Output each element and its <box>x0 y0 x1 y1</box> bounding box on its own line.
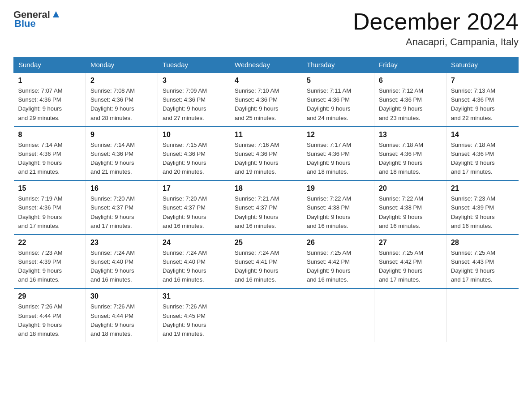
day-number: 29 <box>18 292 82 300</box>
day-info: Sunrise: 7:23 AMSunset: 4:39 PMDaylight:… <box>451 195 495 229</box>
day-number: 12 <box>307 131 369 139</box>
logo-blue: Blue <box>14 18 36 30</box>
day-info: Sunrise: 7:24 AMSunset: 4:40 PMDaylight:… <box>90 249 135 283</box>
day-number: 7 <box>451 77 514 85</box>
calendar-cell: 10 Sunrise: 7:15 AMSunset: 4:36 PMDaylig… <box>158 127 230 181</box>
week-row-5: 29 Sunrise: 7:26 AMSunset: 4:44 PMDaylig… <box>14 288 519 342</box>
calendar-cell: 12 Sunrise: 7:17 AMSunset: 4:36 PMDaylig… <box>302 127 374 181</box>
day-info: Sunrise: 7:25 AMSunset: 4:42 PMDaylight:… <box>379 249 423 283</box>
calendar-cell: 27 Sunrise: 7:25 AMSunset: 4:42 PMDaylig… <box>374 235 446 289</box>
calendar-cell: 3 Sunrise: 7:09 AMSunset: 4:36 PMDayligh… <box>158 73 230 127</box>
day-number: 9 <box>90 131 153 139</box>
calendar-table: SundayMondayTuesdayWednesdayThursdayFrid… <box>13 57 519 342</box>
day-number: 24 <box>163 239 225 247</box>
day-info: Sunrise: 7:09 AMSunset: 4:36 PMDaylight:… <box>163 87 207 121</box>
calendar-cell: 29 Sunrise: 7:26 AMSunset: 4:44 PMDaylig… <box>14 288 86 342</box>
day-number: 17 <box>163 184 225 193</box>
calendar-header-row: SundayMondayTuesdayWednesdayThursdayFrid… <box>14 57 519 73</box>
day-number: 28 <box>451 239 514 247</box>
day-info: Sunrise: 7:16 AMSunset: 4:36 PMDaylight:… <box>235 141 279 175</box>
day-number: 14 <box>451 131 514 139</box>
title-block: December 2024 Anacapri, Campania, Italy <box>353 9 519 48</box>
week-row-2: 8 Sunrise: 7:14 AMSunset: 4:36 PMDayligh… <box>14 127 519 181</box>
day-info: Sunrise: 7:21 AMSunset: 4:37 PMDaylight:… <box>235 195 279 229</box>
day-number: 6 <box>379 77 442 85</box>
header-friday: Friday <box>374 57 446 73</box>
day-info: Sunrise: 7:25 AMSunset: 4:42 PMDaylight:… <box>307 249 351 283</box>
day-info: Sunrise: 7:22 AMSunset: 4:38 PMDaylight:… <box>379 195 423 229</box>
calendar-cell: 14 Sunrise: 7:18 AMSunset: 4:36 PMDaylig… <box>446 127 519 181</box>
day-number: 27 <box>379 239 442 247</box>
logo-triangle-icon <box>51 9 61 19</box>
day-number: 19 <box>307 184 369 193</box>
calendar-cell: 13 Sunrise: 7:18 AMSunset: 4:36 PMDaylig… <box>374 127 446 181</box>
logo: General Blue <box>13 9 61 30</box>
day-info: Sunrise: 7:20 AMSunset: 4:37 PMDaylight:… <box>163 195 207 229</box>
calendar-cell: 2 Sunrise: 7:08 AMSunset: 4:36 PMDayligh… <box>86 73 158 127</box>
day-number: 3 <box>163 77 225 85</box>
calendar-cell <box>374 288 446 342</box>
calendar-cell: 17 Sunrise: 7:20 AMSunset: 4:37 PMDaylig… <box>158 180 230 235</box>
day-info: Sunrise: 7:22 AMSunset: 4:38 PMDaylight:… <box>307 195 351 229</box>
day-number: 31 <box>163 292 225 300</box>
day-number: 10 <box>163 131 225 139</box>
header-wednesday: Wednesday <box>230 57 302 73</box>
day-info: Sunrise: 7:11 AMSunset: 4:36 PMDaylight:… <box>307 87 351 121</box>
svg-marker-0 <box>53 11 59 17</box>
calendar-cell: 6 Sunrise: 7:12 AMSunset: 4:36 PMDayligh… <box>374 73 446 127</box>
day-info: Sunrise: 7:14 AMSunset: 4:36 PMDaylight:… <box>90 141 135 175</box>
calendar-cell: 8 Sunrise: 7:14 AMSunset: 4:36 PMDayligh… <box>14 127 86 181</box>
week-row-1: 1 Sunrise: 7:07 AMSunset: 4:36 PMDayligh… <box>14 73 519 127</box>
calendar-cell: 4 Sunrise: 7:10 AMSunset: 4:36 PMDayligh… <box>230 73 302 127</box>
day-number: 21 <box>451 184 514 193</box>
day-info: Sunrise: 7:26 AMSunset: 4:44 PMDaylight:… <box>90 303 135 337</box>
day-number: 8 <box>18 131 82 139</box>
calendar-cell: 23 Sunrise: 7:24 AMSunset: 4:40 PMDaylig… <box>86 235 158 289</box>
calendar-cell <box>302 288 374 342</box>
day-number: 11 <box>235 131 297 139</box>
calendar-cell: 18 Sunrise: 7:21 AMSunset: 4:37 PMDaylig… <box>230 180 302 235</box>
day-info: Sunrise: 7:26 AMSunset: 4:45 PMDaylight:… <box>163 303 207 337</box>
calendar-cell: 22 Sunrise: 7:23 AMSunset: 4:39 PMDaylig… <box>14 235 86 289</box>
day-info: Sunrise: 7:20 AMSunset: 4:37 PMDaylight:… <box>90 195 135 229</box>
day-number: 15 <box>18 184 82 193</box>
day-number: 30 <box>90 292 153 300</box>
calendar-cell <box>446 288 519 342</box>
calendar-cell: 26 Sunrise: 7:25 AMSunset: 4:42 PMDaylig… <box>302 235 374 289</box>
day-info: Sunrise: 7:18 AMSunset: 4:36 PMDaylight:… <box>451 141 495 175</box>
calendar-cell: 30 Sunrise: 7:26 AMSunset: 4:44 PMDaylig… <box>86 288 158 342</box>
day-number: 5 <box>307 77 369 85</box>
day-info: Sunrise: 7:24 AMSunset: 4:41 PMDaylight:… <box>235 249 279 283</box>
day-info: Sunrise: 7:23 AMSunset: 4:39 PMDaylight:… <box>18 249 63 283</box>
header-monday: Monday <box>86 57 158 73</box>
week-row-3: 15 Sunrise: 7:19 AMSunset: 4:36 PMDaylig… <box>14 180 519 235</box>
calendar-cell: 20 Sunrise: 7:22 AMSunset: 4:38 PMDaylig… <box>374 180 446 235</box>
day-number: 18 <box>235 184 297 193</box>
day-number: 23 <box>90 239 153 247</box>
day-info: Sunrise: 7:17 AMSunset: 4:36 PMDaylight:… <box>307 141 351 175</box>
day-info: Sunrise: 7:15 AMSunset: 4:36 PMDaylight:… <box>163 141 207 175</box>
calendar-cell <box>230 288 302 342</box>
day-info: Sunrise: 7:24 AMSunset: 4:40 PMDaylight:… <box>163 249 207 283</box>
page-header: General Blue December 2024 Anacapri, Cam… <box>13 9 519 48</box>
calendar-cell: 5 Sunrise: 7:11 AMSunset: 4:36 PMDayligh… <box>302 73 374 127</box>
calendar-cell: 15 Sunrise: 7:19 AMSunset: 4:36 PMDaylig… <box>14 180 86 235</box>
week-row-4: 22 Sunrise: 7:23 AMSunset: 4:39 PMDaylig… <box>14 235 519 289</box>
day-number: 22 <box>18 239 82 247</box>
day-number: 26 <box>307 239 369 247</box>
day-info: Sunrise: 7:25 AMSunset: 4:43 PMDaylight:… <box>451 249 495 283</box>
location-title: Anacapri, Campania, Italy <box>353 36 519 48</box>
calendar-cell: 1 Sunrise: 7:07 AMSunset: 4:36 PMDayligh… <box>14 73 86 127</box>
calendar-cell: 25 Sunrise: 7:24 AMSunset: 4:41 PMDaylig… <box>230 235 302 289</box>
calendar-cell: 31 Sunrise: 7:26 AMSunset: 4:45 PMDaylig… <box>158 288 230 342</box>
calendar-cell: 24 Sunrise: 7:24 AMSunset: 4:40 PMDaylig… <box>158 235 230 289</box>
calendar-cell: 19 Sunrise: 7:22 AMSunset: 4:38 PMDaylig… <box>302 180 374 235</box>
day-number: 2 <box>90 77 153 85</box>
calendar-cell: 28 Sunrise: 7:25 AMSunset: 4:43 PMDaylig… <box>446 235 519 289</box>
calendar-cell: 9 Sunrise: 7:14 AMSunset: 4:36 PMDayligh… <box>86 127 158 181</box>
header-thursday: Thursday <box>302 57 374 73</box>
calendar-cell: 21 Sunrise: 7:23 AMSunset: 4:39 PMDaylig… <box>446 180 519 235</box>
day-info: Sunrise: 7:13 AMSunset: 4:36 PMDaylight:… <box>451 87 495 121</box>
day-number: 1 <box>18 77 82 85</box>
header-saturday: Saturday <box>446 57 519 73</box>
